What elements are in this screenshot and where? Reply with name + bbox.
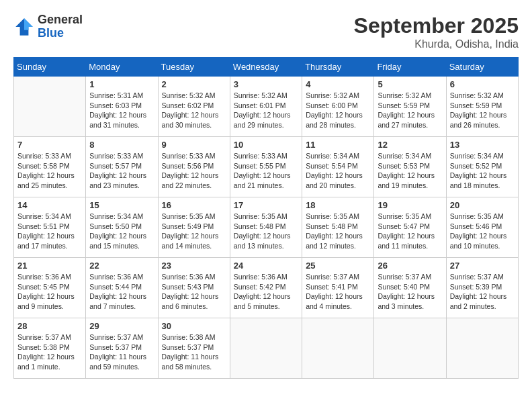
day-number: 8 bbox=[89, 140, 154, 150]
day-number: 30 bbox=[162, 321, 226, 331]
calendar-week-2: 7Sunrise: 5:33 AMSunset: 5:58 PMDaylight… bbox=[14, 137, 519, 197]
calendar-cell: 15Sunrise: 5:34 AMSunset: 5:50 PMDayligh… bbox=[86, 197, 158, 258]
calendar-week-4: 21Sunrise: 5:36 AMSunset: 5:45 PMDayligh… bbox=[14, 258, 519, 318]
calendar-cell: 30Sunrise: 5:38 AMSunset: 5:37 PMDayligh… bbox=[158, 318, 230, 379]
day-info: Sunrise: 5:37 AMSunset: 5:37 PMDaylight:… bbox=[89, 332, 154, 372]
day-number: 15 bbox=[89, 200, 154, 210]
day-info: Sunrise: 5:35 AMSunset: 5:46 PMDaylight:… bbox=[450, 212, 515, 251]
day-info: Sunrise: 5:37 AMSunset: 5:41 PMDaylight:… bbox=[306, 272, 370, 312]
day-number: 2 bbox=[162, 79, 226, 89]
day-number: 16 bbox=[162, 200, 226, 210]
calendar-cell: 19Sunrise: 5:35 AMSunset: 5:47 PMDayligh… bbox=[374, 197, 446, 258]
day-number: 25 bbox=[306, 261, 370, 271]
day-info: Sunrise: 5:32 AMSunset: 6:00 PMDaylight:… bbox=[306, 91, 370, 130]
day-number: 20 bbox=[450, 200, 515, 210]
day-info: Sunrise: 5:35 AMSunset: 5:48 PMDaylight:… bbox=[306, 212, 370, 251]
day-number: 26 bbox=[378, 261, 442, 271]
calendar-cell: 9Sunrise: 5:33 AMSunset: 5:56 PMDaylight… bbox=[158, 137, 230, 197]
day-number: 19 bbox=[378, 200, 442, 210]
calendar-cell: 29Sunrise: 5:37 AMSunset: 5:37 PMDayligh… bbox=[86, 318, 158, 379]
day-header-friday: Friday bbox=[374, 58, 446, 77]
calendar-cell: 16Sunrise: 5:35 AMSunset: 5:49 PMDayligh… bbox=[158, 197, 230, 258]
logo: General Blue bbox=[13, 13, 83, 40]
calendar-cell: 12Sunrise: 5:34 AMSunset: 5:53 PMDayligh… bbox=[374, 137, 446, 197]
day-header-monday: Monday bbox=[86, 58, 158, 77]
day-number: 27 bbox=[450, 261, 515, 271]
calendar-cell: 17Sunrise: 5:35 AMSunset: 5:48 PMDayligh… bbox=[230, 197, 302, 258]
day-info: Sunrise: 5:37 AMSunset: 5:40 PMDaylight:… bbox=[378, 272, 442, 312]
day-number: 1 bbox=[89, 79, 154, 89]
calendar-cell: 8Sunrise: 5:33 AMSunset: 5:57 PMDaylight… bbox=[86, 137, 158, 197]
logo-text: General Blue bbox=[38, 13, 83, 40]
day-info: Sunrise: 5:35 AMSunset: 5:48 PMDaylight:… bbox=[234, 212, 298, 251]
day-info: Sunrise: 5:38 AMSunset: 5:37 PMDaylight:… bbox=[162, 332, 226, 372]
calendar-cell: 22Sunrise: 5:36 AMSunset: 5:44 PMDayligh… bbox=[86, 258, 158, 318]
day-number: 18 bbox=[306, 200, 370, 210]
calendar-cell bbox=[230, 318, 302, 379]
day-header-thursday: Thursday bbox=[302, 58, 374, 77]
day-info: Sunrise: 5:36 AMSunset: 5:44 PMDaylight:… bbox=[89, 272, 154, 312]
day-number: 7 bbox=[17, 140, 82, 150]
day-info: Sunrise: 5:31 AMSunset: 6:03 PMDaylight:… bbox=[89, 91, 154, 130]
day-number: 11 bbox=[306, 140, 370, 150]
day-info: Sunrise: 5:34 AMSunset: 5:51 PMDaylight:… bbox=[17, 212, 82, 251]
calendar-cell: 13Sunrise: 5:34 AMSunset: 5:52 PMDayligh… bbox=[446, 137, 518, 197]
day-info: Sunrise: 5:36 AMSunset: 5:43 PMDaylight:… bbox=[162, 272, 226, 312]
day-info: Sunrise: 5:36 AMSunset: 5:42 PMDaylight:… bbox=[234, 272, 298, 312]
day-number: 12 bbox=[378, 140, 442, 150]
day-number: 10 bbox=[234, 140, 298, 150]
calendar-cell: 14Sunrise: 5:34 AMSunset: 5:51 PMDayligh… bbox=[14, 197, 86, 258]
day-info: Sunrise: 5:32 AMSunset: 5:59 PMDaylight:… bbox=[378, 91, 442, 130]
calendar-cell bbox=[374, 318, 446, 379]
day-info: Sunrise: 5:34 AMSunset: 5:53 PMDaylight:… bbox=[378, 151, 442, 191]
day-info: Sunrise: 5:37 AMSunset: 5:39 PMDaylight:… bbox=[450, 272, 515, 312]
day-header-tuesday: Tuesday bbox=[158, 58, 230, 77]
day-info: Sunrise: 5:33 AMSunset: 5:56 PMDaylight:… bbox=[162, 151, 226, 191]
calendar-cell: 27Sunrise: 5:37 AMSunset: 5:39 PMDayligh… bbox=[446, 258, 518, 318]
calendar-cell: 23Sunrise: 5:36 AMSunset: 5:43 PMDayligh… bbox=[158, 258, 230, 318]
calendar-week-1: 1Sunrise: 5:31 AMSunset: 6:03 PMDaylight… bbox=[14, 77, 519, 137]
calendar-cell: 20Sunrise: 5:35 AMSunset: 5:46 PMDayligh… bbox=[446, 197, 518, 258]
calendar-table: SundayMondayTuesdayWednesdayThursdayFrid… bbox=[13, 57, 519, 379]
calendar-cell bbox=[302, 318, 374, 379]
day-info: Sunrise: 5:33 AMSunset: 5:55 PMDaylight:… bbox=[234, 151, 298, 191]
day-header-sunday: Sunday bbox=[14, 58, 86, 77]
day-number: 29 bbox=[89, 321, 154, 331]
calendar-week-5: 28Sunrise: 5:37 AMSunset: 5:38 PMDayligh… bbox=[14, 318, 519, 379]
day-info: Sunrise: 5:34 AMSunset: 5:50 PMDaylight:… bbox=[89, 212, 154, 251]
day-number: 5 bbox=[378, 79, 442, 89]
calendar-cell: 6Sunrise: 5:32 AMSunset: 5:59 PMDaylight… bbox=[446, 77, 518, 137]
svg-marker-1 bbox=[24, 18, 33, 30]
month-title: September 2025 bbox=[354, 13, 519, 38]
day-info: Sunrise: 5:35 AMSunset: 5:49 PMDaylight:… bbox=[162, 212, 226, 251]
calendar-cell bbox=[446, 318, 518, 379]
day-header-wednesday: Wednesday bbox=[230, 58, 302, 77]
day-number: 28 bbox=[17, 321, 82, 331]
day-number: 13 bbox=[450, 140, 515, 150]
day-info: Sunrise: 5:33 AMSunset: 5:57 PMDaylight:… bbox=[89, 151, 154, 191]
day-number: 14 bbox=[17, 200, 82, 210]
day-info: Sunrise: 5:33 AMSunset: 5:58 PMDaylight:… bbox=[17, 151, 82, 191]
day-info: Sunrise: 5:34 AMSunset: 5:54 PMDaylight:… bbox=[306, 151, 370, 191]
day-info: Sunrise: 5:32 AMSunset: 6:02 PMDaylight:… bbox=[162, 91, 226, 130]
day-number: 4 bbox=[306, 79, 370, 89]
calendar-cell: 26Sunrise: 5:37 AMSunset: 5:40 PMDayligh… bbox=[374, 258, 446, 318]
logo-icon bbox=[13, 16, 35, 38]
day-number: 6 bbox=[450, 79, 515, 89]
title-block: September 2025 Khurda, Odisha, India bbox=[354, 13, 519, 50]
calendar-cell: 24Sunrise: 5:36 AMSunset: 5:42 PMDayligh… bbox=[230, 258, 302, 318]
calendar-cell: 28Sunrise: 5:37 AMSunset: 5:38 PMDayligh… bbox=[14, 318, 86, 379]
calendar-cell: 11Sunrise: 5:34 AMSunset: 5:54 PMDayligh… bbox=[302, 137, 374, 197]
day-info: Sunrise: 5:32 AMSunset: 5:59 PMDaylight:… bbox=[450, 91, 515, 130]
day-number: 21 bbox=[17, 261, 82, 271]
calendar-cell: 18Sunrise: 5:35 AMSunset: 5:48 PMDayligh… bbox=[302, 197, 374, 258]
page-header: General Blue September 2025 Khurda, Odis… bbox=[13, 13, 519, 50]
day-number: 24 bbox=[234, 261, 298, 271]
day-header-saturday: Saturday bbox=[446, 58, 518, 77]
day-info: Sunrise: 5:36 AMSunset: 5:45 PMDaylight:… bbox=[17, 272, 82, 312]
calendar-cell: 2Sunrise: 5:32 AMSunset: 6:02 PMDaylight… bbox=[158, 77, 230, 137]
day-number: 9 bbox=[162, 140, 226, 150]
day-info: Sunrise: 5:35 AMSunset: 5:47 PMDaylight:… bbox=[378, 212, 442, 251]
calendar-cell: 1Sunrise: 5:31 AMSunset: 6:03 PMDaylight… bbox=[86, 77, 158, 137]
day-number: 3 bbox=[234, 79, 298, 89]
